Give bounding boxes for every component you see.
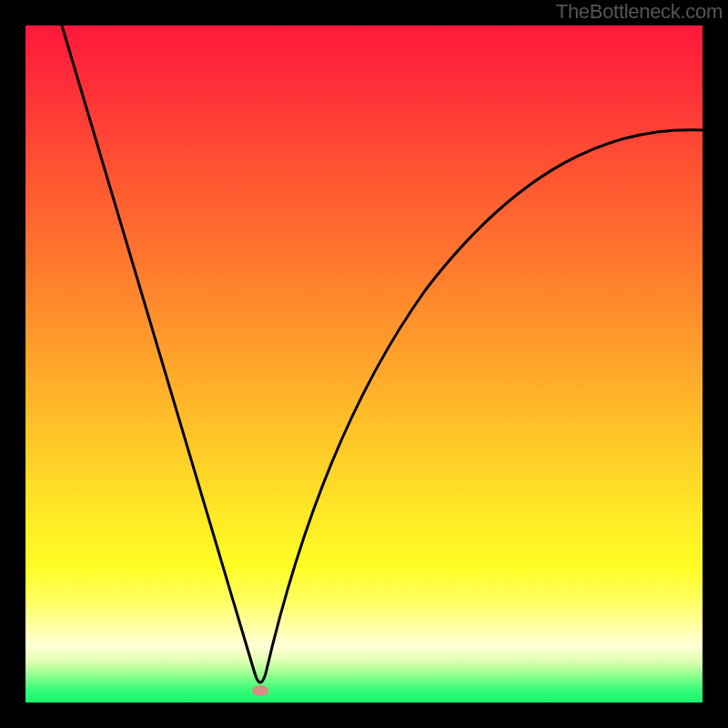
plot-area [25, 25, 703, 703]
watermark-text: TheBottleneck.com [556, 0, 723, 24]
optimal-point-marker [252, 685, 268, 696]
bottleneck-curve [25, 25, 703, 703]
chart-container: TheBottleneck.com [0, 0, 728, 728]
